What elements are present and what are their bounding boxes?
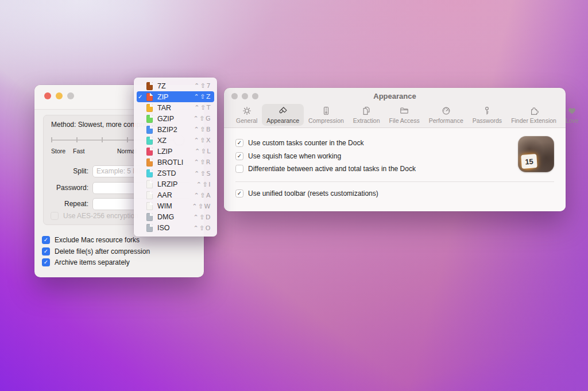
menu-item-label: 7Z — [157, 82, 194, 90]
aes-encryption-row[interactable]: Use AES-256 encryption — [51, 212, 138, 220]
minimize-button[interactable] — [56, 92, 63, 99]
unchecked-checkbox[interactable] — [235, 165, 243, 173]
password-label: Password: — [44, 184, 88, 192]
menu-item-label: BZIP2 — [157, 126, 194, 134]
tab-label: Passwords — [473, 117, 502, 124]
checked-checkbox[interactable]: ✓ — [235, 139, 243, 147]
menu-item-zstd[interactable]: ZSTD⌃⇧S — [137, 168, 214, 179]
menu-item-xz[interactable]: XZ⌃⇧X — [137, 135, 214, 146]
menu-item-label: XZ — [157, 137, 194, 145]
file-xz-icon — [146, 137, 153, 145]
menu-item-aar[interactable]: AAR⌃⇧A — [137, 190, 214, 201]
slider-label-store: Store — [51, 148, 65, 154]
slider-tick — [127, 137, 128, 142]
menu-item-shortcut: ⌃⇧L — [195, 148, 211, 155]
compression-options: ✓Exclude Mac resource forks✓Delete file(… — [42, 235, 150, 267]
checkbox-row-exclude-mac-resource-forks[interactable]: ✓Exclude Mac resource forks — [42, 235, 150, 245]
tab-passwords[interactable]: Passwords — [468, 104, 506, 126]
file-tar-icon — [146, 104, 153, 112]
menu-item-shortcut: ⌃⇧D — [194, 214, 211, 221]
menu-item-lrzip[interactable]: LRZIP⌃⇧I — [137, 179, 214, 190]
tab-label: Performance — [429, 117, 463, 124]
checkbox-label: Use unified toolbar (resets customizatio… — [248, 189, 378, 198]
menu-item-tar[interactable]: TAR⌃⇧T — [137, 102, 214, 113]
file-lrzip-icon — [146, 180, 153, 188]
keka-dock-icon-preview: 15 — [518, 136, 554, 172]
gear-icon — [242, 106, 252, 116]
heart-icon — [567, 106, 577, 116]
documents-icon — [361, 106, 372, 116]
zoom-button-disabled — [67, 92, 74, 99]
menu-item-shortcut: ⌃⇧7 — [194, 82, 211, 90]
split-label: Split: — [44, 167, 88, 175]
menu-item-shortcut: ⌃⇧S — [194, 170, 211, 177]
checkbox-row-use-custom-tasks-counter-in-the-dock[interactable]: ✓Use custom tasks counter in the Dock — [235, 138, 554, 148]
menu-item-label: GZIP — [157, 115, 194, 123]
tab-extraction[interactable]: Extraction — [349, 104, 385, 126]
checkbox-row-delete-file-s-after-compression[interactable]: ✓Delete file(s) after compression — [42, 247, 150, 256]
checkbox-label: Use custom tasks counter in the Dock — [248, 139, 363, 147]
menu-item-label: DMG — [157, 213, 194, 221]
slider-tick — [76, 137, 78, 142]
tab-label: Appearance — [266, 117, 299, 124]
tab-label: General — [236, 117, 257, 124]
tab-label: Finder Extension — [511, 117, 556, 124]
menu-item-wim[interactable]: WIM⌃⇧W — [137, 201, 214, 212]
checkbox-row-use-unified-toolbar-resets-customizations[interactable]: ✓Use unified toolbar (resets customizati… — [235, 189, 554, 198]
preferences-toolbar: GeneralAppearanceCompressionExtractionFi… — [224, 102, 566, 128]
aes-checkbox[interactable] — [51, 212, 59, 220]
tab-finder-extension[interactable]: Finder Extension — [506, 104, 561, 126]
menu-item-label: ZSTD — [157, 169, 194, 177]
menu-item-brotli[interactable]: BROTLI⌃⇧R — [137, 157, 214, 168]
zipper-icon — [321, 106, 331, 116]
menu-item-lzip[interactable]: LZIP⌃⇧L — [137, 146, 214, 157]
separator — [235, 181, 554, 182]
checked-checkbox[interactable]: ✓ — [42, 236, 50, 244]
menu-item-bzip2[interactable]: BZIP2⌃⇧B — [137, 124, 214, 135]
checked-checkbox[interactable]: ✓ — [235, 152, 243, 160]
menu-item-shortcut: ⌃⇧X — [194, 137, 211, 144]
menu-item-label: ZIP — [157, 93, 194, 101]
checked-checkbox[interactable]: ✓ — [235, 189, 243, 198]
checkbox-row-archive-items-separately[interactable]: ✓Archive items separately — [42, 258, 150, 267]
checkbox-row-differentiate-between-active-and-total-tasks-in-the-dock[interactable]: Differentiate between active and total t… — [235, 164, 554, 173]
file-wim-icon — [146, 202, 153, 210]
dock-badge-count: 15 — [521, 154, 537, 169]
checkbox-label: Delete file(s) after compression — [55, 247, 150, 255]
checked-checkbox[interactable]: ✓ — [42, 247, 50, 255]
menu-item-dmg[interactable]: DMG⌃⇧D — [137, 212, 214, 223]
tab-file-access[interactable]: File Access — [385, 104, 424, 126]
menu-item-shortcut: ⌃⇧I — [196, 181, 211, 188]
menu-item-shortcut: ⌃⇧R — [194, 158, 211, 166]
format-popup-menu: 7Z⌃⇧7✓ZIP⌃⇧ZTAR⌃⇧TGZIP⌃⇧GBZIP2⌃⇧BXZ⌃⇧XLZ… — [134, 78, 217, 237]
checkbox-row-use-squish-face-when-working[interactable]: ✓Use squish face when working — [235, 152, 554, 161]
checkbox-label: Use squish face when working — [248, 152, 341, 160]
preferences-window-titlebar[interactable]: Appearance — [224, 88, 566, 102]
checkbox-label: Archive items separately — [55, 258, 130, 266]
tab-love[interactable]: Love — [561, 104, 583, 126]
tab-performance[interactable]: Performance — [424, 104, 468, 126]
tab-label: Love — [566, 117, 579, 124]
menu-item-gzip[interactable]: GZIP⌃⇧G — [137, 113, 214, 124]
appearance-pane: ✓Use custom tasks counter in the Dock✓Us… — [224, 128, 566, 211]
file-dmg-icon — [146, 213, 153, 221]
menu-item-zip[interactable]: ✓ZIP⌃⇧Z — [137, 91, 214, 102]
speedometer-icon — [441, 106, 451, 116]
close-button[interactable] — [44, 92, 51, 99]
checked-checkbox[interactable]: ✓ — [42, 258, 50, 266]
menu-item-label: TAR — [157, 104, 194, 112]
file-7z-icon — [146, 82, 153, 90]
tab-appearance[interactable]: Appearance — [262, 104, 304, 126]
file-brotli-icon — [146, 158, 153, 167]
menu-item-shortcut: ⌃⇧T — [194, 104, 211, 111]
repeat-label: Repeat: — [44, 200, 88, 208]
menu-item-shortcut: ⌃⇧G — [194, 115, 211, 122]
tab-label: Compression — [308, 117, 344, 124]
menu-item-iso[interactable]: ISO⌃⇧O — [137, 223, 214, 234]
slider-tick — [51, 137, 52, 142]
tab-general[interactable]: General — [231, 104, 262, 126]
puzzle-icon — [529, 106, 539, 116]
tab-compression[interactable]: Compression — [304, 104, 349, 126]
menu-item-7z[interactable]: 7Z⌃⇧7 — [137, 80, 214, 91]
file-iso-icon — [146, 224, 153, 232]
